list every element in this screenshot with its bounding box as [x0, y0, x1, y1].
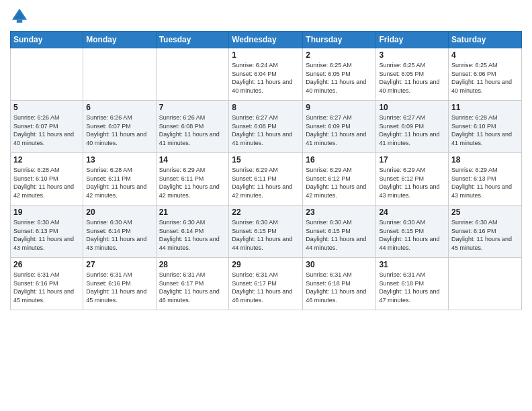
weekday-header-monday: Monday: [83, 32, 156, 48]
day-info: Sunrise: 6:31 AM Sunset: 6:17 PM Dayligh…: [159, 271, 226, 304]
day-info: Sunrise: 6:29 AM Sunset: 6:12 PM Dayligh…: [306, 166, 373, 199]
day-number: 23: [306, 208, 373, 217]
day-info: Sunrise: 6:24 AM Sunset: 6:04 PM Dayligh…: [232, 61, 300, 95]
calendar-cell: [449, 258, 522, 310]
svg-rect-2: [17, 20, 22, 23]
header: [10, 7, 522, 26]
calendar-cell: 22Sunrise: 6:30 AM Sunset: 6:15 PM Dayli…: [229, 205, 303, 258]
calendar-cell: 11Sunrise: 6:28 AM Sunset: 6:10 PM Dayli…: [449, 101, 522, 153]
calendar-cell: 24Sunrise: 6:30 AM Sunset: 6:15 PM Dayli…: [376, 205, 449, 258]
day-info: Sunrise: 6:30 AM Sunset: 6:14 PM Dayligh…: [86, 218, 152, 252]
calendar-cell: [156, 48, 229, 101]
calendar-week-1: 1Sunrise: 6:24 AM Sunset: 6:04 PM Daylig…: [11, 48, 522, 101]
day-number: 2: [306, 50, 373, 60]
day-number: 4: [451, 50, 519, 60]
day-info: Sunrise: 6:30 AM Sunset: 6:15 PM Dayligh…: [306, 218, 373, 252]
weekday-header-thursday: Thursday: [303, 32, 376, 48]
day-info: Sunrise: 6:28 AM Sunset: 6:11 PM Dayligh…: [86, 166, 152, 199]
calendar-cell: 19Sunrise: 6:30 AM Sunset: 6:13 PM Dayli…: [11, 205, 83, 258]
calendar-cell: 4Sunrise: 6:25 AM Sunset: 6:06 PM Daylig…: [449, 48, 522, 101]
calendar-cell: 2Sunrise: 6:25 AM Sunset: 6:05 PM Daylig…: [303, 48, 376, 101]
calendar-week-3: 12Sunrise: 6:28 AM Sunset: 6:10 PM Dayli…: [11, 153, 522, 205]
calendar-week-4: 19Sunrise: 6:30 AM Sunset: 6:13 PM Dayli…: [11, 205, 522, 258]
weekday-header-sunday: Sunday: [11, 32, 83, 48]
day-info: Sunrise: 6:31 AM Sunset: 6:16 PM Dayligh…: [13, 271, 80, 304]
day-number: 31: [379, 260, 445, 269]
day-info: Sunrise: 6:27 AM Sunset: 6:09 PM Dayligh…: [306, 113, 373, 147]
calendar-cell: 14Sunrise: 6:29 AM Sunset: 6:11 PM Dayli…: [156, 153, 229, 205]
day-info: Sunrise: 6:30 AM Sunset: 6:15 PM Dayligh…: [232, 218, 300, 252]
day-number: 26: [13, 260, 80, 269]
day-info: Sunrise: 6:29 AM Sunset: 6:12 PM Dayligh…: [379, 166, 445, 199]
calendar-cell: 12Sunrise: 6:28 AM Sunset: 6:10 PM Dayli…: [11, 153, 83, 205]
calendar-cell: 5Sunrise: 6:26 AM Sunset: 6:07 PM Daylig…: [11, 101, 83, 153]
day-number: 19: [13, 208, 80, 217]
calendar-cell: 1Sunrise: 6:24 AM Sunset: 6:04 PM Daylig…: [229, 48, 303, 101]
calendar-cell: [83, 48, 156, 101]
page: SundayMondayTuesdayWednesdayThursdayFrid…: [0, 0, 532, 411]
calendar-cell: 15Sunrise: 6:29 AM Sunset: 6:11 PM Dayli…: [229, 153, 303, 205]
calendar-cell: 10Sunrise: 6:27 AM Sunset: 6:09 PM Dayli…: [376, 101, 449, 153]
calendar-cell: 23Sunrise: 6:30 AM Sunset: 6:15 PM Dayli…: [303, 205, 376, 258]
calendar-cell: 30Sunrise: 6:31 AM Sunset: 6:18 PM Dayli…: [303, 258, 376, 310]
day-number: 20: [86, 208, 152, 217]
day-number: 16: [306, 155, 373, 165]
day-number: 8: [232, 103, 300, 112]
day-number: 18: [451, 155, 519, 165]
day-number: 5: [13, 103, 80, 112]
day-number: 13: [86, 155, 152, 165]
day-info: Sunrise: 6:27 AM Sunset: 6:08 PM Dayligh…: [232, 113, 300, 147]
day-number: 3: [379, 50, 445, 60]
day-number: 21: [159, 208, 226, 217]
day-info: Sunrise: 6:25 AM Sunset: 6:05 PM Dayligh…: [379, 61, 445, 95]
day-number: 29: [232, 260, 300, 269]
day-number: 11: [451, 103, 519, 112]
weekday-header-wednesday: Wednesday: [229, 32, 303, 48]
calendar-cell: 25Sunrise: 6:30 AM Sunset: 6:16 PM Dayli…: [449, 205, 522, 258]
day-info: Sunrise: 6:27 AM Sunset: 6:09 PM Dayligh…: [379, 113, 445, 147]
calendar-cell: 18Sunrise: 6:29 AM Sunset: 6:13 PM Dayli…: [449, 153, 522, 205]
calendar-cell: 31Sunrise: 6:31 AM Sunset: 6:18 PM Dayli…: [376, 258, 449, 310]
day-info: Sunrise: 6:31 AM Sunset: 6:18 PM Dayligh…: [379, 271, 445, 304]
calendar-table: SundayMondayTuesdayWednesdayThursdayFrid…: [10, 31, 522, 310]
calendar-cell: 27Sunrise: 6:31 AM Sunset: 6:16 PM Dayli…: [83, 258, 156, 310]
day-number: 27: [86, 260, 152, 269]
weekday-header-saturday: Saturday: [449, 32, 522, 48]
day-number: 6: [86, 103, 152, 112]
calendar-week-5: 26Sunrise: 6:31 AM Sunset: 6:16 PM Dayli…: [11, 258, 522, 310]
logo: [10, 7, 32, 26]
weekday-header-tuesday: Tuesday: [156, 32, 229, 48]
day-info: Sunrise: 6:26 AM Sunset: 6:07 PM Dayligh…: [13, 113, 80, 147]
day-number: 10: [379, 103, 445, 112]
day-info: Sunrise: 6:30 AM Sunset: 6:13 PM Dayligh…: [13, 218, 80, 252]
calendar-cell: 26Sunrise: 6:31 AM Sunset: 6:16 PM Dayli…: [11, 258, 83, 310]
day-info: Sunrise: 6:30 AM Sunset: 6:15 PM Dayligh…: [379, 218, 445, 252]
calendar-cell: 16Sunrise: 6:29 AM Sunset: 6:12 PM Dayli…: [303, 153, 376, 205]
calendar-cell: [11, 48, 83, 101]
day-number: 9: [306, 103, 373, 112]
logo-icon: [10, 7, 29, 26]
day-info: Sunrise: 6:30 AM Sunset: 6:16 PM Dayligh…: [451, 218, 519, 252]
calendar-cell: 21Sunrise: 6:30 AM Sunset: 6:14 PM Dayli…: [156, 205, 229, 258]
calendar-cell: 17Sunrise: 6:29 AM Sunset: 6:12 PM Dayli…: [376, 153, 449, 205]
day-info: Sunrise: 6:28 AM Sunset: 6:10 PM Dayligh…: [13, 166, 80, 199]
day-number: 25: [451, 208, 519, 217]
day-info: Sunrise: 6:31 AM Sunset: 6:17 PM Dayligh…: [232, 271, 300, 304]
day-info: Sunrise: 6:25 AM Sunset: 6:06 PM Dayligh…: [451, 61, 519, 95]
day-info: Sunrise: 6:29 AM Sunset: 6:11 PM Dayligh…: [159, 166, 226, 199]
day-info: Sunrise: 6:26 AM Sunset: 6:08 PM Dayligh…: [159, 113, 226, 147]
day-info: Sunrise: 6:26 AM Sunset: 6:07 PM Dayligh…: [86, 113, 152, 147]
day-number: 22: [232, 208, 300, 217]
day-number: 24: [379, 208, 445, 217]
day-number: 12: [13, 155, 80, 165]
day-number: 7: [159, 103, 226, 112]
day-number: 30: [306, 260, 373, 269]
day-info: Sunrise: 6:31 AM Sunset: 6:16 PM Dayligh…: [86, 271, 152, 304]
calendar-cell: 28Sunrise: 6:31 AM Sunset: 6:17 PM Dayli…: [156, 258, 229, 310]
calendar-cell: 13Sunrise: 6:28 AM Sunset: 6:11 PM Dayli…: [83, 153, 156, 205]
day-info: Sunrise: 6:31 AM Sunset: 6:18 PM Dayligh…: [306, 271, 373, 304]
calendar-cell: 7Sunrise: 6:26 AM Sunset: 6:08 PM Daylig…: [156, 101, 229, 153]
day-info: Sunrise: 6:28 AM Sunset: 6:10 PM Dayligh…: [451, 113, 519, 147]
day-number: 17: [379, 155, 445, 165]
calendar-cell: 9Sunrise: 6:27 AM Sunset: 6:09 PM Daylig…: [303, 101, 376, 153]
